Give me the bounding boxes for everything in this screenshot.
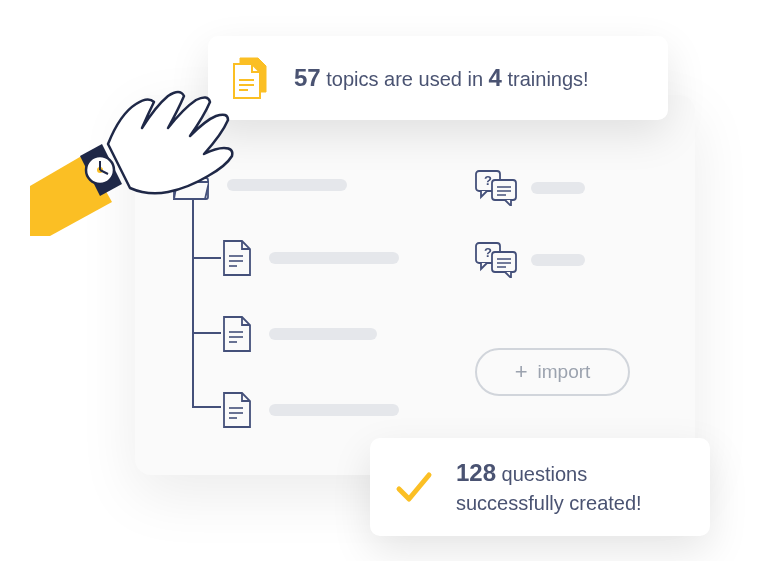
qa-list: ? ? — [475, 170, 655, 314]
success-line1: questions — [502, 463, 588, 485]
file-row — [223, 392, 453, 428]
file-label-placeholder — [269, 404, 399, 416]
topics-mid-text: topics are used in — [326, 68, 483, 90]
success-banner-text: 128 questions successfully created! — [456, 457, 642, 516]
chat-bubbles-icon: ? — [475, 170, 517, 206]
success-banner: 128 questions successfully created! — [370, 438, 710, 536]
import-button-label: import — [538, 361, 591, 383]
document-icon — [223, 240, 251, 276]
chat-bubbles-icon: ? — [475, 242, 517, 278]
file-label-placeholder — [269, 328, 377, 340]
trainings-count: 4 — [489, 64, 502, 91]
plus-icon: + — [515, 359, 528, 385]
folder-label-placeholder — [227, 179, 347, 191]
qa-label-placeholder — [531, 182, 585, 194]
topics-banner-text: 57 topics are used in 4 trainings! — [294, 64, 589, 92]
qa-row: ? — [475, 242, 655, 278]
file-row — [223, 240, 453, 276]
topics-banner: 57 topics are used in 4 trainings! — [208, 36, 668, 120]
import-button[interactable]: + import — [475, 348, 630, 396]
topics-count: 57 — [294, 64, 321, 91]
svg-text:?: ? — [484, 173, 492, 188]
svg-text:?: ? — [484, 245, 492, 260]
check-icon — [394, 467, 434, 507]
svg-rect-17 — [492, 252, 516, 272]
file-row — [223, 316, 453, 352]
document-icon — [223, 392, 251, 428]
qa-row: ? — [475, 170, 655, 206]
document-icon — [223, 316, 251, 352]
qa-label-placeholder — [531, 254, 585, 266]
hand-illustration — [30, 66, 240, 236]
questions-count: 128 — [456, 459, 496, 486]
topics-tail-text: trainings! — [508, 68, 589, 90]
svg-rect-11 — [492, 180, 516, 200]
success-line2: successfully created! — [456, 492, 642, 514]
file-label-placeholder — [269, 252, 399, 264]
